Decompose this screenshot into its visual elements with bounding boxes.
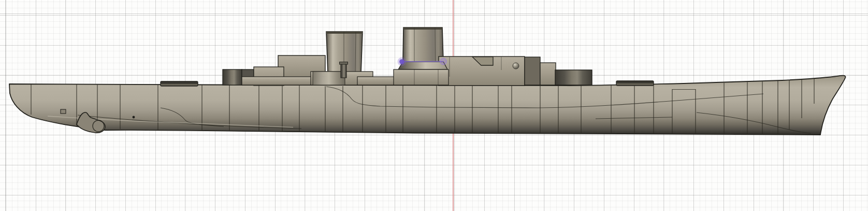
stern-fitting[interactable]: [61, 109, 66, 114]
aft-funnel-plinth-cylinder[interactable]: [313, 72, 345, 85]
fore-funnel-plinth[interactable]: [394, 69, 449, 85]
ship-model[interactable]: [0, 0, 868, 211]
aft-funnel-cap[interactable]: [326, 32, 363, 34]
viewport-canvas[interactable]: [0, 0, 868, 211]
fore-funnel[interactable]: [403, 27, 443, 62]
fore-deckhouse-dark-panel[interactable]: [525, 57, 540, 85]
steam-pipe[interactable]: [341, 63, 346, 78]
selected-edge-endpoint-left[interactable]: [399, 59, 404, 64]
fore-deckhouse-step[interactable]: [540, 63, 556, 85]
fore-funnel-cap[interactable]: [403, 27, 442, 30]
fore-barbette-cylinder[interactable]: [555, 70, 592, 85]
selected-edge-endpoint-right[interactable]: [440, 59, 446, 65]
searchlight-sphere[interactable]: [513, 63, 519, 69]
aft-barbette-cylinder[interactable]: [223, 69, 242, 85]
hull-port-dot[interactable]: [133, 116, 135, 119]
bow-main-barbette-ring[interactable]: [616, 81, 654, 86]
aft-main-barbette-ring[interactable]: [161, 81, 198, 86]
selected-edge[interactable]: [401, 62, 444, 62]
steam-pipe-cap[interactable]: [340, 62, 348, 65]
